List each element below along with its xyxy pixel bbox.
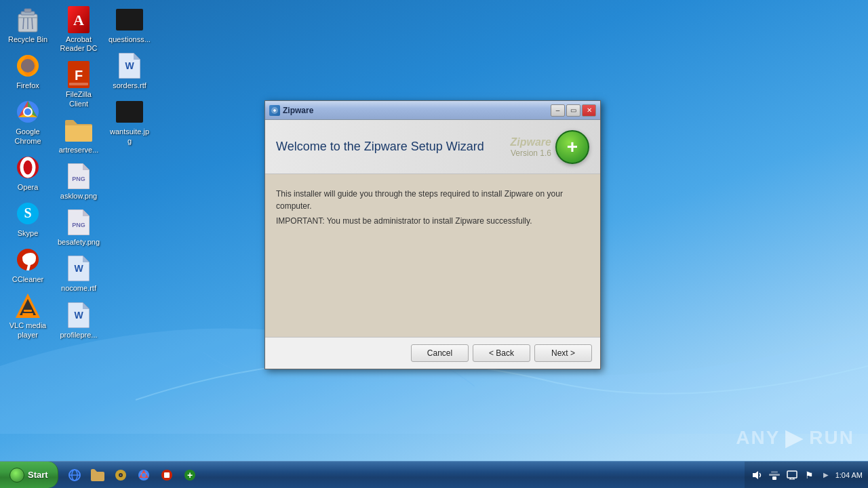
- acrobat-label: Acrobat Reader DC: [57, 35, 100, 53]
- desktop-icon-filezilla[interactable]: F FileZilla Client: [54, 58, 103, 110]
- zipware-logo: Zipware Version 1.6 +: [511, 130, 589, 164]
- start-label: Start: [28, 470, 48, 480]
- svg-text:A: A: [73, 12, 84, 28]
- sorders-label: sorders.rtf: [113, 81, 146, 90]
- close-button[interactable]: ✕: [582, 104, 596, 117]
- chrome-label: Google Chrome: [6, 127, 50, 145]
- desktop-icon-vlc[interactable]: VLC media player: [3, 289, 52, 342]
- svg-text:F: F: [75, 68, 83, 83]
- desktop-icon-firefox[interactable]: Firefox: [3, 49, 52, 93]
- anyrun-play: ▶: [785, 425, 804, 451]
- zipware-logo-icon: +: [555, 130, 589, 164]
- back-button[interactable]: < Back: [473, 344, 530, 362]
- dialog-content: This installer will guide you through th…: [265, 174, 600, 337]
- vlc-label: VLC media player: [6, 321, 50, 339]
- svg-point-12: [24, 108, 31, 115]
- svg-text:PNG: PNG: [72, 222, 85, 228]
- desktop-icon-asklow[interactable]: PNG asklow.png: [54, 160, 103, 203]
- svg-point-42: [142, 473, 146, 477]
- dialog-header-title: Welcome to the Zipware Setup Wizard: [276, 140, 484, 154]
- taskbar-media-icon[interactable]: [110, 464, 132, 486]
- dialog-title-text: Zipware: [283, 106, 548, 115]
- zipware-logo-text: Zipware: [511, 136, 551, 148]
- taskbar-chrome-icon[interactable]: [133, 464, 155, 486]
- desktop-icon-acrobat[interactable]: A Acrobat Reader DC: [54, 3, 103, 56]
- svg-rect-47: [772, 476, 776, 480]
- tray-volume-icon[interactable]: [750, 468, 764, 482]
- dialog-titlebar: Zipware – ▭ ✕: [265, 101, 600, 120]
- desktop-icon-besafety[interactable]: PNG besafety.png: [54, 206, 103, 249]
- wantsuite-label: wantsuite.jpg: [108, 127, 151, 145]
- taskbar-ie-icon[interactable]: [64, 464, 85, 486]
- dialog-body-line1: This installer will guide you through th…: [276, 188, 589, 212]
- svg-rect-27: [69, 83, 88, 85]
- svg-line-3: [23, 18, 24, 29]
- svg-rect-20: [24, 310, 32, 312]
- desktop-icon-chrome[interactable]: Google Chrome: [3, 96, 52, 148]
- asklow-label: asklow.png: [60, 192, 97, 201]
- svg-rect-44: [164, 472, 170, 478]
- dialog-footer: Cancel < Back Next >: [265, 337, 600, 369]
- restore-button[interactable]: ▭: [566, 104, 580, 117]
- desktop-icon-recycle-bin[interactable]: Recycle Bin: [3, 3, 52, 47]
- svg-text:S: S: [24, 205, 31, 220]
- system-tray: ⚑ ▶ 1:04 AM: [745, 462, 868, 488]
- ccleaner-label: CCleaner: [12, 275, 43, 284]
- anyrun-run: RUN: [809, 427, 854, 449]
- clock-time: 1:04 AM: [835, 471, 863, 479]
- desktop-icon-nocome[interactable]: W nocome.rtf: [54, 252, 103, 296]
- taskbar: Start: [0, 461, 868, 488]
- tray-security-icon[interactable]: ⚑: [803, 468, 816, 482]
- svg-text:W: W: [74, 263, 83, 274]
- svg-text:W: W: [125, 60, 134, 71]
- taskbar-folder-icon[interactable]: [87, 464, 108, 486]
- anyrun-watermark: ANY ▶ RUN: [736, 425, 854, 451]
- dialog-body-line2: IMPORTANT: You must be administrator to …: [276, 215, 589, 227]
- anyrun-text: ANY: [736, 427, 780, 449]
- taskbar-zipware-icon[interactable]: +: [179, 464, 201, 486]
- tray-network-icon[interactable]: [768, 468, 781, 482]
- tray-arrow-icon[interactable]: ▶: [821, 468, 831, 482]
- questionss-label: questionss...: [108, 35, 151, 44]
- start-button[interactable]: Start: [0, 462, 58, 488]
- system-clock[interactable]: 1:04 AM: [835, 471, 863, 479]
- svg-text:W: W: [74, 310, 83, 321]
- profilepre-label: profilepre...: [60, 331, 97, 340]
- dialog-header: Welcome to the Zipware Setup Wizard Zipw…: [265, 120, 600, 174]
- desktop-icon-wantsuite[interactable]: wantsuite.jpg: [105, 96, 154, 148]
- recycle-bin-label: Recycle Bin: [8, 35, 47, 44]
- desktop-icon-sorders[interactable]: W sorders.rtf: [105, 49, 154, 93]
- zipware-logo-version: Version 1.6: [511, 148, 551, 158]
- taskbar-quick-launch: +: [58, 464, 206, 486]
- opera-label: Opera: [18, 183, 39, 192]
- firefox-label: Firefox: [16, 81, 39, 90]
- desktop-icon-skype[interactable]: S Skype: [3, 197, 52, 241]
- taskbar-stop-icon[interactable]: [156, 464, 178, 486]
- svg-point-39: [120, 474, 121, 476]
- desktop-icon-artreserve[interactable]: artreserve...: [54, 114, 103, 157]
- svg-line-5: [32, 18, 33, 29]
- desktop-icons-col2: A Acrobat Reader DC F FileZilla Client a…: [54, 3, 103, 342]
- minimize-button[interactable]: –: [551, 104, 565, 117]
- title-buttons: – ▭ ✕: [551, 104, 596, 117]
- zipware-setup-dialog: Zipware – ▭ ✕ Welcome to the Zipware Set…: [264, 100, 601, 369]
- svg-rect-48: [769, 474, 780, 476]
- next-button[interactable]: Next >: [534, 344, 592, 362]
- cancel-button[interactable]: Cancel: [411, 344, 469, 362]
- desktop-icon-opera[interactable]: Opera: [3, 151, 52, 195]
- skype-label: Skype: [18, 229, 39, 238]
- desktop-icons-col3: questionss... W sorders.rtf wantsuite.jp…: [105, 3, 154, 148]
- desktop-icon-profilepre[interactable]: W profilepre...: [54, 299, 103, 342]
- svg-text:+: +: [187, 470, 193, 481]
- tray-display-icon[interactable]: [785, 468, 799, 482]
- start-orb: [9, 468, 24, 483]
- filezilla-label: FileZilla Client: [57, 90, 100, 108]
- desktop-icons-col1: Recycle Bin Firefox Google Chrome: [3, 3, 52, 342]
- svg-rect-21: [22, 313, 33, 315]
- dialog-title-icon: [269, 105, 280, 116]
- svg-rect-2: [24, 9, 31, 12]
- desktop-icon-questionss[interactable]: questionss...: [105, 3, 154, 47]
- svg-rect-50: [787, 471, 797, 478]
- desktop-icon-ccleaner[interactable]: CCleaner: [3, 243, 52, 287]
- svg-rect-49: [771, 471, 778, 473]
